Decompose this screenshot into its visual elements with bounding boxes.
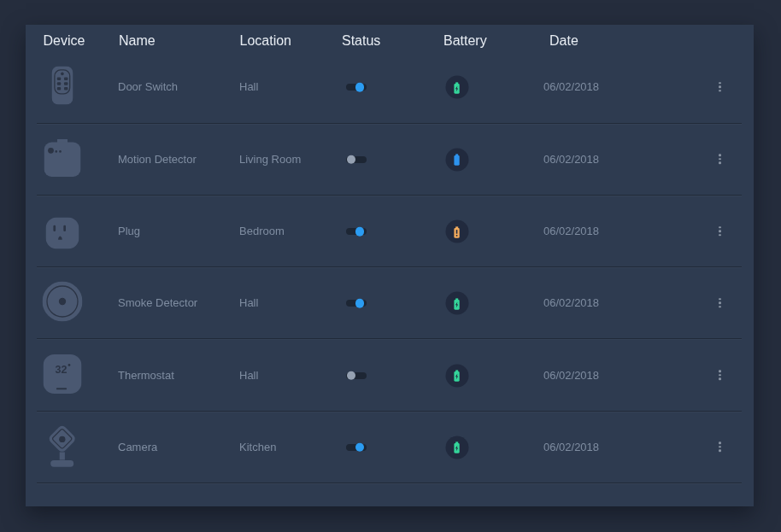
svg-text:32: 32 (56, 363, 68, 375)
